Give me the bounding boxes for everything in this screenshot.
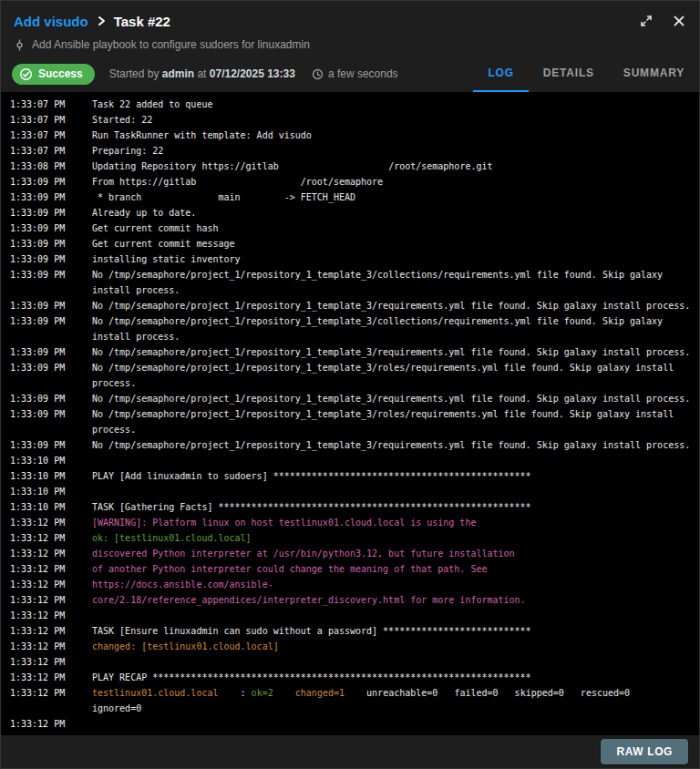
log-timestamp: 1:33:12 PM xyxy=(10,685,92,701)
log-line: 1:33:09 PMNo /tmp/semaphore/project_1/re… xyxy=(10,360,699,391)
log-message: Get current commit message xyxy=(92,236,693,251)
log-line: 1:33:10 PM xyxy=(10,453,699,468)
log-message: core/2.18/reference_appendices/interpret… xyxy=(92,592,693,608)
log-timestamp: 1:33:12 PM xyxy=(10,592,92,608)
tab-bar: LOG DETAILS SUMMARY xyxy=(473,56,699,92)
log-timestamp: 1:33:07 PM xyxy=(10,143,92,159)
log-line: 1:33:12 PM xyxy=(10,608,699,623)
log-message: No /tmp/semaphore/project_1/repository_1… xyxy=(92,298,693,313)
log-message: Started: 22 xyxy=(92,112,693,128)
log-line: 1:33:12 PMcore/2.18/reference_appendices… xyxy=(10,592,699,608)
log-timestamp: 1:33:10 PM xyxy=(10,499,92,515)
log-line: 1:33:09 PMinstalling static inventory xyxy=(10,251,699,267)
log-message: No /tmp/semaphore/project_1/repository_1… xyxy=(92,344,693,360)
log-timestamp: 1:33:09 PM xyxy=(10,313,92,329)
log-timestamp: 1:33:10 PM xyxy=(10,453,92,468)
check-circle-icon xyxy=(19,67,33,81)
log-timestamp: 1:33:12 PM xyxy=(10,577,92,592)
close-icon[interactable] xyxy=(672,14,686,28)
log-line: 1:33:09 PMNo /tmp/semaphore/project_1/re… xyxy=(10,313,699,344)
log-message: PLAY [Add linuxadmin to sudoers] *******… xyxy=(92,468,693,484)
log-line: 1:33:12 PM xyxy=(10,716,699,732)
log-timestamp: 1:33:12 PM xyxy=(10,608,92,623)
log-timestamp: 1:33:12 PM xyxy=(10,515,92,530)
log-timestamp: 1:33:09 PM xyxy=(10,360,92,375)
started-time: 07/12/2025 13:33 xyxy=(210,67,295,80)
log-line: 1:33:12 PMtestlinux01.cloud.local : ok=2… xyxy=(10,685,699,716)
tab-summary[interactable]: SUMMARY xyxy=(609,56,699,92)
log-message: [WARNING]: Platform linux on host testli… xyxy=(92,515,693,530)
log-line: 1:33:12 PMhttps://docs.ansible.com/ansib… xyxy=(10,577,699,592)
log-timestamp: 1:33:12 PM xyxy=(10,716,92,732)
expand-icon[interactable] xyxy=(639,14,654,28)
modal-footer: RAW LOG xyxy=(1,735,699,768)
log-line: 1:33:12 PMdiscovered Python interpreter … xyxy=(10,546,699,561)
log-message: No /tmp/semaphore/project_1/repository_1… xyxy=(92,267,693,298)
log-message: Run TaskRunner with template: Add visudo xyxy=(92,128,693,143)
log-line: 1:33:10 PM xyxy=(10,484,699,499)
log-line: 1:33:09 PMNo /tmp/semaphore/project_1/re… xyxy=(10,298,699,313)
redacted-text xyxy=(279,161,388,171)
log-line: 1:33:10 PMTASK [Gathering Facts] *******… xyxy=(10,499,699,515)
log-line: 1:33:09 PMNo /tmp/semaphore/project_1/re… xyxy=(10,344,699,360)
log-message: TASK [Ensure linuxadmin can sudo without… xyxy=(92,623,693,639)
log-line: 1:33:12 PMPLAY RECAP *******************… xyxy=(10,670,699,685)
task-title: Task #22 xyxy=(114,14,170,29)
log-message: Preparing: 22 xyxy=(92,143,693,159)
log-line: 1:33:09 PMGet current commit message xyxy=(10,236,699,251)
log-timestamp: 1:33:12 PM xyxy=(10,623,92,639)
duration: a few seconds xyxy=(312,67,398,80)
raw-log-button[interactable]: RAW LOG xyxy=(601,739,688,764)
log-timestamp: 1:33:07 PM xyxy=(10,97,92,112)
log-message: No /tmp/semaphore/project_1/repository_1… xyxy=(92,406,693,437)
log-line: 1:33:12 PMchanged: [testlinux01.cloud.lo… xyxy=(10,639,699,654)
log-timestamp: 1:33:09 PM xyxy=(10,298,92,313)
log-timestamp: 1:33:12 PM xyxy=(10,639,92,654)
commit-message-row: Add Ansible playbook to configure sudoer… xyxy=(14,34,686,56)
log-timestamp: 1:33:09 PM xyxy=(10,406,92,422)
log-line: 1:33:12 PM[WARNING]: Platform linux on h… xyxy=(10,515,699,530)
log-message: discovered Python interpreter at /usr/bi… xyxy=(92,546,693,561)
log-timestamp: 1:33:07 PM xyxy=(10,128,92,143)
tab-log[interactable]: LOG xyxy=(473,56,528,92)
status-badge: Success xyxy=(12,64,95,85)
log-line: 1:33:07 PMTask 22 added to queue xyxy=(10,97,699,112)
breadcrumb: Add visudo Task #22 xyxy=(14,8,686,34)
clock-icon xyxy=(312,68,324,80)
log-timestamp: 1:33:10 PM xyxy=(10,468,92,484)
commit-icon xyxy=(14,39,26,51)
log-timestamp: 1:33:09 PM xyxy=(10,236,92,251)
log-output[interactable]: 1:33:07 PMTask 22 added to queue1:33:07 … xyxy=(1,92,699,735)
log-line: 1:33:12 PMTASK [Ensure linuxadmin can su… xyxy=(10,623,699,639)
log-line: 1:33:08 PMUpdating Repository https://gi… xyxy=(10,159,699,174)
log-message: TASK [Gathering Facts] *****************… xyxy=(92,499,693,515)
breadcrumb-template-link[interactable]: Add visudo xyxy=(14,14,88,29)
log-timestamp: 1:33:12 PM xyxy=(10,530,92,546)
log-message: No /tmp/semaphore/project_1/repository_1… xyxy=(92,313,693,344)
log-message: Already up to date. xyxy=(92,205,693,220)
log-timestamp: 1:33:09 PM xyxy=(10,344,92,360)
log-line: 1:33:09 PMNo /tmp/semaphore/project_1/re… xyxy=(10,437,699,453)
log-line: 1:33:09 PMNo /tmp/semaphore/project_1/re… xyxy=(10,406,699,437)
log-timestamp: 1:33:10 PM xyxy=(10,484,92,499)
log-line: 1:33:09 PMGet current commit hash xyxy=(10,220,699,236)
chevron-right-icon xyxy=(95,15,108,27)
log-message: testlinux01.cloud.local : ok=2 changed=1… xyxy=(92,685,693,716)
tab-details[interactable]: DETAILS xyxy=(529,56,609,92)
log-timestamp: 1:33:08 PM xyxy=(10,159,92,174)
log-timestamp: 1:33:09 PM xyxy=(10,267,92,282)
log-message: No /tmp/semaphore/project_1/repository_1… xyxy=(92,391,693,406)
log-message: of another Python interpreter could chan… xyxy=(92,561,693,577)
log-timestamp: 1:33:09 PM xyxy=(10,251,92,267)
log-timestamp: 1:33:09 PM xyxy=(10,190,92,205)
log-line: 1:33:12 PM xyxy=(10,654,699,670)
log-line: 1:33:09 PM * branch main -> FETCH_HEAD xyxy=(10,190,699,205)
log-line: 1:33:09 PMFrom https://gitlab /root/sema… xyxy=(10,174,699,190)
log-message: changed: [testlinux01.cloud.local] xyxy=(92,639,693,654)
log-message: installing static inventory xyxy=(92,251,693,267)
redacted-text xyxy=(196,177,300,187)
log-timestamp: 1:33:09 PM xyxy=(10,174,92,190)
log-timestamp: 1:33:07 PM xyxy=(10,112,92,128)
log-message: * branch main -> FETCH_HEAD xyxy=(92,190,693,205)
log-line: 1:33:07 PMPreparing: 22 xyxy=(10,143,699,159)
